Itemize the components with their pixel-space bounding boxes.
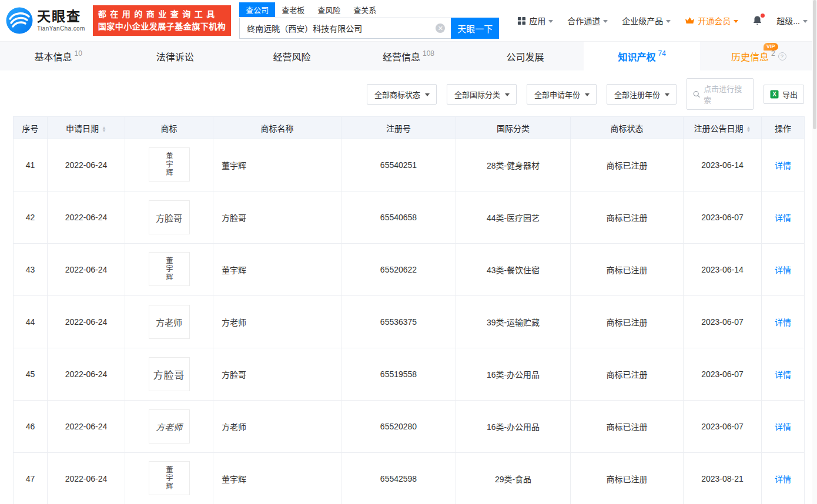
search-area: 查公司 查老板 查风险 查关系 ✕ 天眼一下: [239, 2, 499, 39]
partner-label: 合作通道: [567, 15, 600, 26]
sort-icon[interactable]: ▲▼: [102, 126, 106, 132]
top-header: 天眼查 TianYanCha.com 都在用的商业查询工具 国家中小企业发展子基…: [0, 0, 817, 41]
tab-ip[interactable]: 知识产权74: [584, 42, 701, 70]
apps-menu[interactable]: 应用: [517, 15, 553, 26]
search-tab-boss[interactable]: 查老板: [275, 2, 311, 17]
cell-apply-date: 2022-06-24: [48, 348, 125, 401]
col-header-label: 序号: [22, 124, 39, 133]
cell-intl-class: 28类-健身器材: [456, 139, 571, 191]
search-tab-relation[interactable]: 查关系: [347, 2, 383, 17]
search-tab-risk[interactable]: 查风险: [311, 2, 347, 17]
cell-mark: 方老师: [125, 296, 213, 348]
chevron-down-icon: [734, 20, 738, 23]
sort-icon[interactable]: ▲▼: [746, 126, 751, 132]
cell-intl-class: 39类-运输贮藏: [456, 296, 571, 348]
cell-status: 商标已注册: [571, 453, 684, 504]
cell-mark-name: 方脸哥: [213, 191, 341, 244]
col-header-pub-date[interactable]: 注册公告日期▲▼: [684, 117, 762, 139]
company-search-input[interactable]: [239, 18, 451, 39]
filter-dropdown-register-year[interactable]: 全部注册年份: [607, 84, 677, 105]
detail-link[interactable]: 详情: [775, 213, 791, 223]
dropdown-label: 全部商标状态: [374, 89, 420, 100]
account-menu[interactable]: 超级...: [776, 15, 808, 26]
cell-apply-date: 2022-06-24: [48, 191, 125, 244]
cell-mark-name: 董宇辉: [213, 453, 341, 504]
tab-label: 经营信息: [383, 49, 420, 63]
export-button[interactable]: X 导出: [764, 85, 804, 104]
cell-intl-class: 29类-食品: [456, 453, 571, 504]
chevron-down-icon: [548, 20, 553, 23]
filter-dropdowns: 全部商标状态全部国际分类全部申请年份全部注册年份: [367, 84, 677, 105]
col-header-label: 商标名称: [261, 124, 294, 133]
cell-pub-date: 2023-06-07: [684, 401, 762, 453]
notification-badge: [761, 14, 765, 18]
filter-dropdown-apply-year[interactable]: 全部申请年份: [527, 84, 597, 105]
cell-apply-date: 2022-06-24: [48, 139, 125, 191]
dropdown-label: 全部注册年份: [614, 89, 660, 100]
detail-link[interactable]: 详情: [775, 161, 791, 170]
filter-dropdown-intl-class[interactable]: 全部国际分类: [447, 84, 517, 105]
search-tab-company[interactable]: 查公司: [239, 2, 275, 17]
cell-status: 商标已注册: [571, 348, 684, 401]
chevron-down-icon: [803, 20, 808, 23]
cell-apply-date: 2022-06-24: [48, 244, 125, 296]
tab-history[interactable]: 历史信息2VIP?: [700, 42, 817, 70]
tab-development[interactable]: 公司发展: [467, 42, 584, 70]
detail-link[interactable]: 详情: [775, 422, 791, 432]
detail-link[interactable]: 详情: [775, 370, 791, 379]
table-row: 46 2022-06-24 方老师 方老师 65520280 16类-办公用品 …: [14, 401, 805, 453]
table-row: 43 2022-06-24 董宇辉 董宇辉 65520622 43类-餐饮住宿 …: [14, 244, 805, 296]
cell-reg-no: 65542598: [341, 453, 456, 504]
cell-pub-date: 2023-06-07: [684, 296, 762, 348]
banner-line1: 都在用的商业查询工具: [98, 8, 226, 21]
detail-link[interactable]: 详情: [775, 266, 791, 275]
col-header-label: 国际分类: [497, 124, 530, 133]
cell-status: 商标已注册: [571, 401, 684, 453]
enterprise-menu[interactable]: 企业级产品: [622, 15, 671, 26]
cell-mark-name: 董宇辉: [213, 244, 341, 296]
table-row: 47 2022-06-24 董宇辉 董宇辉 65542598 29类-食品 商标…: [14, 453, 805, 504]
col-header-label: 操作: [775, 124, 791, 133]
tab-count: 2: [771, 49, 775, 58]
table-search-box[interactable]: 点击进行搜索: [687, 78, 754, 110]
cell-mark-name: 方脸哥: [213, 348, 341, 401]
cell-status: 商标已注册: [571, 244, 684, 296]
col-header-intl-class: 国际分类: [456, 117, 571, 139]
filter-dropdown-trademark-status[interactable]: 全部商标状态: [367, 84, 437, 105]
detail-link[interactable]: 详情: [775, 318, 791, 327]
col-header-apply-date[interactable]: 申请日期▲▼: [48, 117, 125, 139]
tab-label: 知识产权: [618, 49, 655, 63]
cell-reg-no: 65536375: [341, 296, 456, 348]
cell-pub-date: 2023-06-14: [684, 244, 762, 296]
company-section-tabs: 基本信息10法律诉讼经营风险经营信息108公司发展知识产权74历史信息2VIP?: [0, 41, 817, 70]
page-scrollbar[interactable]: [812, 0, 817, 504]
tab-basic-info[interactable]: 基本信息10: [0, 42, 117, 70]
cell-intl-class: 16类-办公用品: [456, 348, 571, 401]
cell-mark: 方脸哥: [125, 191, 213, 244]
cell-mark: 董宇辉: [125, 139, 213, 191]
tab-operating-risk[interactable]: 经营风险: [233, 42, 350, 70]
cell-apply-date: 2022-06-24: [48, 401, 125, 453]
tab-business-info[interactable]: 经营信息108: [350, 42, 467, 70]
cell-index: 42: [14, 191, 48, 244]
cell-action: 详情: [762, 244, 805, 296]
cell-reg-no: 65540658: [341, 191, 456, 244]
partner-menu[interactable]: 合作通道: [567, 15, 608, 26]
search-button[interactable]: 天眼一下: [451, 18, 499, 39]
cell-reg-no: 65520280: [341, 401, 456, 453]
scrollbar-thumb[interactable]: [813, 0, 816, 129]
help-icon[interactable]: ?: [778, 52, 786, 61]
tianyancha-logo[interactable]: 天眼查 TianYanCha.com: [6, 7, 85, 34]
trademark-image: 董宇辉: [149, 252, 190, 286]
trademark-image: 方脸哥: [149, 200, 190, 234]
cell-mark: 董宇辉: [125, 453, 213, 504]
member-menu[interactable]: 开通会员: [685, 15, 738, 26]
detail-link[interactable]: 详情: [775, 475, 791, 484]
tab-legal[interactable]: 法律诉讼: [117, 42, 234, 70]
notifications-button[interactable]: [752, 15, 762, 26]
vip-badge: VIP: [764, 43, 778, 51]
filter-row: 全部商标状态全部国际分类全部申请年份全部注册年份 点击进行搜索 X 导出: [0, 70, 817, 116]
export-label: 导出: [782, 89, 798, 100]
cell-pub-date: 2023-06-07: [684, 348, 762, 401]
table-header-row: 序号申请日期▲▼商标商标名称注册号国际分类商标状态注册公告日期▲▼操作: [14, 117, 805, 139]
